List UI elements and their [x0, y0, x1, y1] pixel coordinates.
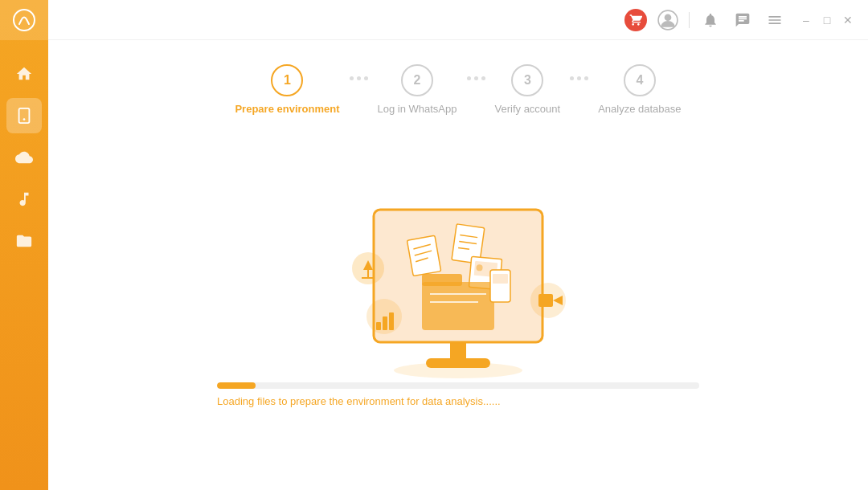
svg-rect-7 — [450, 341, 466, 360]
svg-rect-10 — [407, 235, 440, 276]
dot — [570, 76, 574, 80]
svg-point-4 — [665, 14, 672, 21]
svg-rect-26 — [493, 274, 508, 284]
cart-icon[interactable] — [624, 9, 647, 31]
sidebar-item-music[interactable] — [6, 182, 42, 217]
dot — [364, 76, 368, 80]
main-content: – □ ✕ 1 Prepare environment 2 Log in Wha… — [48, 0, 868, 490]
step-1: 1 Prepare environment — [235, 64, 339, 115]
step-1-circle: 1 — [271, 64, 303, 96]
titlebar-divider — [689, 12, 690, 28]
illustration — [330, 198, 587, 382]
dot — [467, 76, 471, 80]
sidebar — [0, 0, 48, 490]
svg-rect-29 — [383, 316, 387, 330]
svg-point-0 — [14, 10, 35, 31]
dot — [584, 76, 588, 80]
step-4-label: Analyze database — [598, 103, 681, 115]
progress-bar-background — [217, 382, 699, 389]
step-1-label: Prepare environment — [235, 103, 339, 115]
progress-area: Loading files to prepare the environment… — [217, 382, 699, 407]
close-button[interactable]: ✕ — [841, 13, 855, 27]
notes-icon[interactable] — [731, 9, 754, 31]
dot — [474, 76, 478, 80]
bell-icon[interactable] — [699, 9, 722, 31]
titlebar: – □ ✕ — [48, 0, 868, 40]
dot — [350, 76, 354, 80]
app-logo — [0, 0, 48, 40]
sidebar-nav — [6, 56, 42, 490]
step-dots-3-4 — [570, 76, 588, 80]
svg-rect-21 — [422, 282, 494, 330]
svg-rect-22 — [422, 274, 462, 286]
profile-icon[interactable] — [657, 9, 679, 31]
step-2: 2 Log in WhatsApp — [378, 64, 457, 115]
step-4: 4 Analyze database — [598, 64, 681, 115]
step-3: 3 Verify account — [495, 64, 561, 115]
svg-rect-1 — [19, 108, 30, 123]
sidebar-item-device[interactable] — [6, 98, 42, 133]
sidebar-item-cloud[interactable] — [6, 140, 42, 175]
progress-text: Loading files to prepare the environment… — [217, 395, 699, 407]
window-controls: – □ ✕ — [799, 13, 855, 27]
content-area: Loading files to prepare the environment… — [48, 131, 868, 490]
minimize-button[interactable]: – — [799, 13, 813, 27]
maximize-button[interactable]: □ — [820, 13, 834, 27]
svg-point-2 — [23, 118, 26, 120]
step-4-circle: 4 — [624, 64, 656, 96]
step-2-circle: 2 — [401, 64, 433, 96]
sidebar-item-files[interactable] — [6, 223, 42, 259]
sidebar-item-home[interactable] — [6, 56, 42, 92]
menu-icon[interactable] — [764, 9, 786, 31]
steps-container: 1 Prepare environment 2 Log in WhatsApp … — [48, 40, 868, 131]
step-3-circle: 3 — [511, 64, 543, 96]
step-3-label: Verify account — [495, 103, 561, 115]
svg-rect-36 — [538, 294, 553, 307]
dot — [357, 76, 361, 80]
svg-rect-28 — [376, 322, 381, 330]
dot — [481, 76, 485, 80]
dot — [577, 76, 581, 80]
svg-rect-30 — [389, 312, 394, 330]
progress-bar-fill — [217, 382, 256, 389]
step-2-label: Log in WhatsApp — [378, 103, 457, 115]
step-dots-2-3 — [467, 76, 485, 80]
step-dots-1-2 — [350, 76, 368, 80]
